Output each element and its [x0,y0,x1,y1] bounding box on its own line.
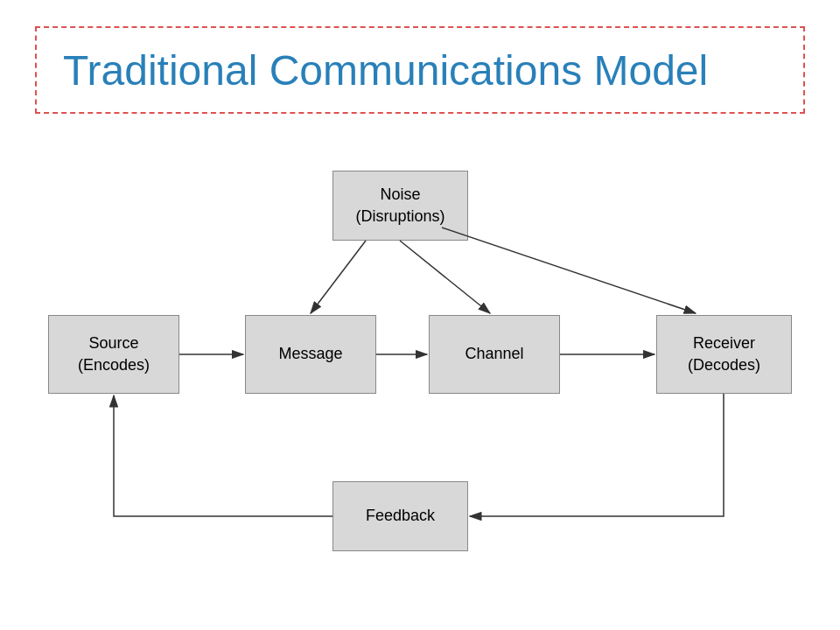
message-box: Message [245,315,376,394]
title-box: Traditional Communications Model [35,26,805,114]
feedback-label: Feedback [366,505,435,527]
feedback-box: Feedback [332,481,468,551]
page-title: Traditional Communications Model [63,46,708,94]
noise-box: Noise(Disruptions) [332,171,468,241]
message-label: Message [278,343,342,365]
source-box: Source(Encodes) [48,315,179,394]
channel-box: Channel [429,315,560,394]
svg-line-5 [400,241,490,313]
svg-line-4 [311,241,366,313]
channel-label: Channel [465,343,523,365]
receiver-box: Receiver(Decodes) [656,315,792,394]
receiver-label: Receiver(Decodes) [688,332,760,376]
noise-label: Noise(Disruptions) [355,184,444,228]
source-label: Source(Encodes) [78,332,150,376]
svg-line-6 [442,228,696,313]
